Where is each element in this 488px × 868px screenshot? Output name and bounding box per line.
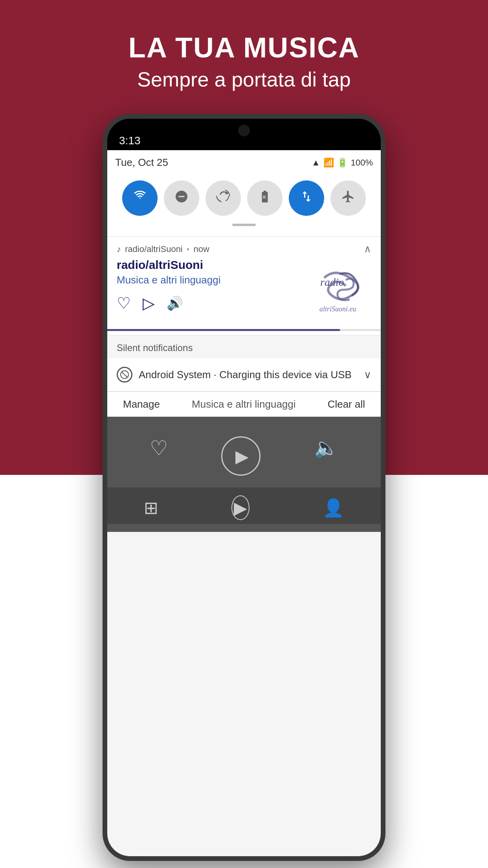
app-controls: ♡ ▶ 🔈 [107, 425, 381, 487]
clear-all-button[interactable]: Clear all [328, 398, 365, 410]
toggle-mobile-data[interactable] [289, 180, 324, 216]
nav-profile-icon[interactable]: 👤 [323, 498, 344, 518]
notification-time: now [193, 244, 209, 254]
favorite-action-icon[interactable]: ♡ [117, 294, 131, 312]
app-favorite-icon[interactable]: ♡ [150, 436, 168, 476]
volume-action-icon[interactable]: 🔊 [167, 295, 183, 311]
notification-subtitle: Musica e altri linguaggi [117, 274, 301, 286]
page-subtitle: Sempre a portata di tap [0, 68, 488, 91]
dnd-icon [174, 189, 189, 207]
battery-saver-icon [258, 189, 272, 207]
nav-bar: ⊞ ▶ 👤 [107, 487, 381, 524]
drag-handle [232, 224, 256, 226]
manage-button[interactable]: Manage [123, 398, 160, 410]
notification-panel: Tue, Oct 25 ▲ 📶 🔋 100% [107, 150, 381, 856]
notification-separator: • [187, 244, 190, 254]
music-note-icon: ♪ [117, 244, 121, 254]
battery-icon: 🔋 [337, 158, 348, 168]
app-volume-icon[interactable]: 🔈 [314, 436, 338, 476]
camera-notch [238, 125, 250, 136]
nav-play-icon[interactable]: ▶ [231, 495, 250, 520]
notification-expand-icon[interactable]: ∧ [364, 243, 371, 255]
toggle-airplane[interactable] [330, 180, 366, 216]
toggle-battery-saver[interactable] [247, 180, 283, 216]
wifi-toggle-icon [133, 189, 147, 207]
currently-playing-label: Musica e altri linguaggi [192, 398, 295, 410]
quick-toggles-row [115, 177, 373, 224]
toggle-wifi[interactable] [122, 180, 158, 216]
signal-icon: 📶 [323, 158, 334, 168]
status-date: Tue, Oct 25 [115, 156, 168, 169]
progress-bar [107, 329, 381, 331]
status-time: 3:13 [119, 134, 141, 147]
system-notification[interactable]: Android System · Charging this device vi… [107, 358, 381, 392]
page-title: LA TUA MUSICA [0, 31, 488, 64]
system-notification-chevron[interactable]: ∨ [364, 369, 371, 381]
svg-text:altriSuoni.eu: altriSuoni.eu [319, 305, 356, 313]
airplane-icon [341, 189, 355, 207]
battery-level: 100% [351, 158, 373, 168]
radio-notification-card: ♪ radio/altriSuoni • now ∧ radio/altriSu… [107, 237, 381, 335]
mobile-data-icon [299, 189, 314, 207]
app-area: ♡ ▶ 🔈 ⊞ ▶ 👤 [107, 417, 381, 532]
svg-line-3 [122, 372, 127, 377]
notification-app-name: radio/altriSuoni [125, 244, 183, 254]
rotate-icon [216, 189, 230, 207]
quick-settings-header: Tue, Oct 25 ▲ 📶 🔋 100% [107, 150, 381, 237]
notification-title: radio/altriSuoni [117, 258, 301, 272]
play-action-icon[interactable]: ▷ [143, 294, 155, 312]
nav-home-icon[interactable]: ⊞ [144, 498, 158, 518]
system-notification-text: Android System · Charging this device vi… [139, 369, 352, 381]
radio-logo-image: radio altriSuoni.eu [308, 258, 371, 321]
silent-notifications-section: Silent notifications [107, 335, 381, 358]
app-play-button[interactable]: ▶ [221, 436, 261, 476]
toggle-dnd[interactable] [164, 180, 199, 216]
android-system-icon [117, 367, 132, 383]
wifi-icon: ▲ [312, 158, 320, 168]
status-bar: 3:13 [107, 119, 381, 150]
app-play-icon: ▶ [235, 446, 249, 466]
progress-bar-fill [107, 329, 340, 331]
toggle-rotate[interactable] [205, 180, 241, 216]
notification-bottom-bar: Manage Musica e altri linguaggi Clear al… [107, 392, 381, 417]
silent-notifications-label: Silent notifications [117, 342, 193, 353]
